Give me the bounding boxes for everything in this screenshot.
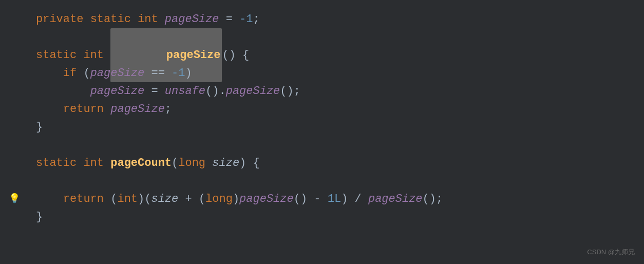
keyword-int-2: int xyxy=(83,46,110,64)
semicolon-1: ; xyxy=(253,10,260,28)
code-line-5: pageSize = unsafe (). pageSize (); xyxy=(36,82,644,100)
keyword-int: int xyxy=(138,10,165,28)
cast-int-open: ( xyxy=(110,190,117,208)
eq-eq: == xyxy=(151,64,172,82)
keyword-private: private xyxy=(36,10,90,28)
keyword-static: static xyxy=(90,10,138,28)
gutter-line-8 xyxy=(0,136,28,154)
number-neg1: -1 xyxy=(239,10,253,28)
number-1L: 1L xyxy=(328,190,341,208)
equals-sign: = xyxy=(226,10,239,28)
method-pagesize-div: pageSize xyxy=(368,190,423,208)
gutter: 💡 xyxy=(0,0,28,264)
paren-close-if: ) xyxy=(185,64,192,82)
indent-3 xyxy=(36,100,63,118)
code-line-4: if ( pageSize == -1 ) xyxy=(36,64,644,82)
cast-int-type: int xyxy=(117,190,138,208)
paren-unsafe: (). xyxy=(205,82,226,100)
semi-4: (); xyxy=(423,190,443,208)
keyword-return: return xyxy=(63,100,110,118)
semi-3: ; xyxy=(165,100,172,118)
code-line-11: return ( int )( size + ( long ) pageSize… xyxy=(36,190,644,208)
code-line-3: static int pageSize () { xyxy=(36,46,644,64)
code-editor: 💡 private static int pageSize = -1 ; sta… xyxy=(0,0,644,264)
cast-long-type: long xyxy=(205,190,233,208)
gutter-line-7 xyxy=(0,118,28,136)
code-line-1: private static int pageSize = -1 ; xyxy=(36,10,644,28)
cast-long-close: ) xyxy=(233,190,239,208)
lightbulb-icon: 💡 xyxy=(9,192,20,206)
indent-4 xyxy=(36,190,63,208)
gutter-line-5 xyxy=(0,82,28,100)
gutter-line-3 xyxy=(0,46,28,64)
method-pagesize-call: pageSize xyxy=(226,82,280,100)
method-pagesize-cast: pageSize xyxy=(239,190,294,208)
paren-open-1: () { xyxy=(222,46,249,64)
var-pagesize-3: pageSize xyxy=(90,82,151,100)
code-line-10 xyxy=(36,172,644,190)
gutter-line-12 xyxy=(0,208,28,226)
divide: ) / xyxy=(341,190,368,208)
paren-pagecount: ( xyxy=(172,154,178,172)
gutter-line-1 xyxy=(0,10,28,28)
gutter-line-4 xyxy=(0,64,28,82)
keyword-long: long xyxy=(178,154,212,172)
assign-2: = xyxy=(151,82,164,100)
keyword-static-2: static xyxy=(36,46,83,64)
keyword-if: if xyxy=(63,64,84,82)
plus: + ( xyxy=(185,190,205,208)
code-line-9: static int pageCount ( long size ) { xyxy=(36,154,644,172)
method-unsafe: unsafe xyxy=(165,82,205,100)
code-line-12: } xyxy=(36,208,644,226)
indent-2 xyxy=(36,82,90,100)
gutter-line-10 xyxy=(0,172,28,190)
indent-1 xyxy=(36,64,63,82)
method-pagecount: pageCount xyxy=(110,154,172,172)
keyword-static-3: static xyxy=(36,154,83,172)
var-pagesize: pageSize xyxy=(165,10,226,28)
code-line-7: } xyxy=(36,118,644,136)
code-line-6: return pageSize ; xyxy=(36,100,644,118)
code-lines: private static int pageSize = -1 ; stati… xyxy=(31,10,644,226)
method-pagesize: pageSize xyxy=(166,49,221,62)
gutter-lightbulb[interactable]: 💡 xyxy=(0,190,28,208)
gutter-line-9 xyxy=(0,154,28,172)
brace-close-1: } xyxy=(36,118,43,136)
var-pagesize-2: pageSize xyxy=(90,64,151,82)
gutter-line-6 xyxy=(0,100,28,118)
paren-if: ( xyxy=(83,64,90,82)
cast-int-close: )( xyxy=(138,190,151,208)
code-line-8 xyxy=(36,136,644,154)
number-neg1-2: -1 xyxy=(172,64,185,82)
paren-close-pagecount: ) { xyxy=(239,154,260,172)
keyword-int-3: int xyxy=(83,154,110,172)
var-pagesize-return: pageSize xyxy=(110,100,165,118)
brace-close-2: } xyxy=(36,208,43,226)
paren-ps-call: () - xyxy=(294,190,328,208)
gutter-line-2 xyxy=(0,28,28,46)
keyword-return-2: return xyxy=(63,190,110,208)
semi-2: (); xyxy=(280,82,300,100)
param-size-2: size xyxy=(151,190,185,208)
param-size: size xyxy=(212,154,239,172)
watermark: CSDN @九师兄 xyxy=(587,247,635,258)
